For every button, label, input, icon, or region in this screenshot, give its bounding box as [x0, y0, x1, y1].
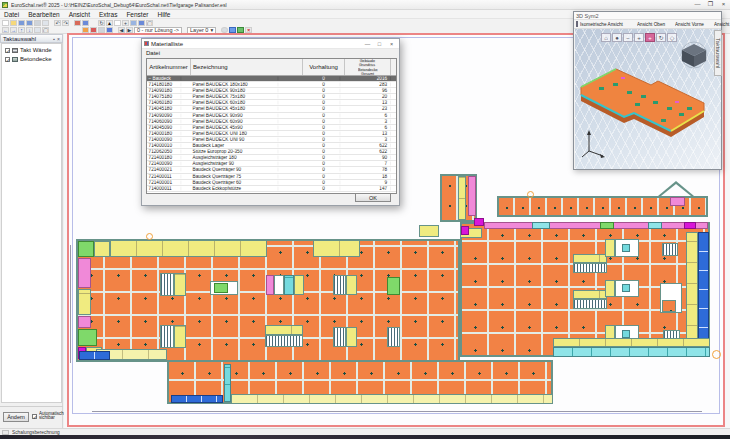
crosshair-icon[interactable]: +: [122, 20, 129, 26]
minimize-button[interactable]: —: [691, 0, 704, 9]
select-cursor-icon[interactable]: ▲: [106, 20, 113, 26]
grid-icon[interactable]: [130, 20, 137, 26]
table-cell: Panel BAUDECK 45x180: [191, 107, 278, 111]
window-title: EuroSchal.net® 2025 - U:\HEINZ\EuroSchal…: [11, 2, 227, 7]
pan-left-icon[interactable]: ←: [2, 27, 9, 33]
redo-icon[interactable]: ↷: [62, 20, 69, 26]
table-cell: 20: [355, 95, 391, 99]
pan-up-icon[interactable]: ↑: [18, 27, 25, 33]
taktauswahl-side-tab[interactable]: Taktauswahl: [714, 30, 722, 76]
filler-panel: [174, 325, 186, 348]
column-header-gesamt[interactable]: Gebäude Grundriss Betondecke Gesamt: [345, 59, 391, 75]
dialog-close-button[interactable]: ×: [386, 41, 397, 47]
zoom-window-icon[interactable]: [34, 27, 41, 33]
side-view-button[interactable]: Ansicht Seite: [714, 22, 730, 27]
table-cell: Panel BAUDECK UNI 180: [191, 131, 278, 135]
table-cell: 714000010: [147, 144, 181, 148]
table-cell: 6: [355, 113, 391, 117]
filler-panel: [605, 239, 615, 257]
table-cell: 3: [355, 137, 391, 141]
checkbox-takt-waende[interactable]: ✓: [5, 48, 10, 53]
edge-panel-green: [78, 241, 94, 257]
ok-button[interactable]: OK: [355, 193, 391, 202]
table-row[interactable]: 714000011Baudeck Eckkopfstütze0147: [147, 186, 396, 192]
dialog-minimize-button[interactable]: —: [362, 41, 373, 47]
edge-strip-pink: [468, 176, 476, 216]
table-cell: 0: [308, 131, 341, 135]
format-paint-blue-icon[interactable]: [82, 20, 89, 26]
menu-datei[interactable]: Datei: [4, 11, 19, 18]
stair-opening: [265, 335, 303, 347]
front-view-button[interactable]: Ansicht Vorne: [675, 22, 704, 27]
edge-panel-pink: [78, 258, 91, 288]
undo-icon[interactable]: ↶: [54, 20, 61, 26]
pin-icon[interactable]: ▪: [53, 36, 55, 42]
table-cell: 9: [355, 180, 391, 184]
zoom-all-icon[interactable]: ◯: [42, 27, 49, 33]
format-paint-red-icon[interactable]: [74, 20, 81, 26]
opening-panel-cyan: [622, 244, 630, 252]
tree-item-takt-waende[interactable]: ✓ Takt Wände: [5, 47, 61, 53]
filler-panel: [346, 275, 357, 295]
isometric-view-button[interactable]: Isometrische Ansicht: [580, 22, 623, 27]
menu-bearbeiten[interactable]: Bearbeiten: [28, 11, 59, 18]
menu-hilfe[interactable]: Hilfe: [157, 11, 170, 18]
auto-visible-checkbox[interactable]: ✓: [32, 414, 37, 419]
column-header-artikelnummer[interactable]: Artikelnummer: [147, 59, 191, 75]
dialog-menu-datei[interactable]: Datei: [146, 50, 160, 56]
close-icon[interactable]: ×: [57, 36, 60, 42]
refresh-icon[interactable]: ↻: [98, 20, 105, 26]
filler-panel: [605, 280, 615, 297]
table-cell: 714000180: [147, 131, 181, 135]
change-button[interactable]: Ändern: [3, 412, 29, 422]
edge-panel-cyan: [284, 275, 294, 295]
top-view-button[interactable]: Ansicht Oben: [637, 22, 665, 27]
close-button[interactable]: ×: [717, 0, 730, 9]
table-cell: 6: [355, 125, 391, 129]
table-cell: Baudeck Lager: [191, 144, 278, 148]
table-cell: 13: [355, 101, 391, 105]
layers-icon[interactable]: [138, 20, 145, 26]
table-cell: Panel BAUDECK 180x180: [191, 83, 278, 87]
maximize-button[interactable]: ❐: [704, 0, 717, 9]
tree-item-betondecke[interactable]: ✓ Betondecke: [5, 56, 61, 62]
edge-panel-green: [78, 329, 97, 346]
print-icon[interactable]: [34, 20, 41, 26]
edge-strip-blue: [698, 232, 709, 347]
3d-view-panel: 3D Sym2 Isometrische Ansicht Ansicht Obe…: [573, 11, 722, 170]
zoom-icon[interactable]: ◯: [146, 20, 153, 26]
table-cell: 721400001: [147, 180, 181, 184]
pan-down-icon[interactable]: ↓: [26, 27, 33, 33]
dialog-maximize-button[interactable]: □: [374, 41, 385, 47]
stair-opening: [333, 327, 346, 347]
3d-viewport[interactable]: ⌂ ● − + + ↻ ◇: [575, 29, 721, 169]
open-file-icon[interactable]: [10, 20, 17, 26]
pan-right-icon[interactable]: →: [10, 27, 17, 33]
column-header-vorhaltung[interactable]: Vorhaltung: [303, 59, 345, 75]
column-header-bezeichnung[interactable]: Bezeichnung: [191, 59, 303, 75]
print-preview-icon[interactable]: [42, 20, 49, 26]
edge-strip-yellow: [458, 176, 466, 220]
rectangle-select-icon[interactable]: [114, 20, 121, 26]
edge-strip-cyan: [532, 222, 550, 229]
table-cell: 714090180: [147, 89, 181, 93]
checkbox-betondecke[interactable]: ✓: [5, 57, 10, 62]
save-all-icon[interactable]: [26, 20, 33, 26]
new-file-icon[interactable]: [2, 20, 9, 26]
menu-ansicht[interactable]: Ansicht: [69, 11, 90, 18]
menu-extras[interactable]: Extras: [99, 11, 117, 18]
table-cell: Panel BAUDECK 45x90: [191, 125, 278, 129]
edge-strip-yellow: [686, 232, 698, 347]
table-cell: 712062050: [147, 150, 181, 154]
opening-panel-cyan: [622, 330, 630, 338]
edge-panel-yellow: [94, 241, 110, 257]
table-cell: 721400011: [147, 174, 181, 178]
save-icon[interactable]: [18, 20, 25, 26]
stair-opening: [160, 325, 174, 348]
menu-fenster[interactable]: Fenster: [126, 11, 148, 18]
table-cell: 0: [308, 186, 341, 190]
table-cell: 90: [355, 156, 391, 160]
sidebar-footer: Ändern ✓ Automatisch sichtbar: [0, 406, 63, 428]
edge-strip-magenta: [684, 222, 696, 229]
table-cell: 721400021: [147, 168, 181, 172]
